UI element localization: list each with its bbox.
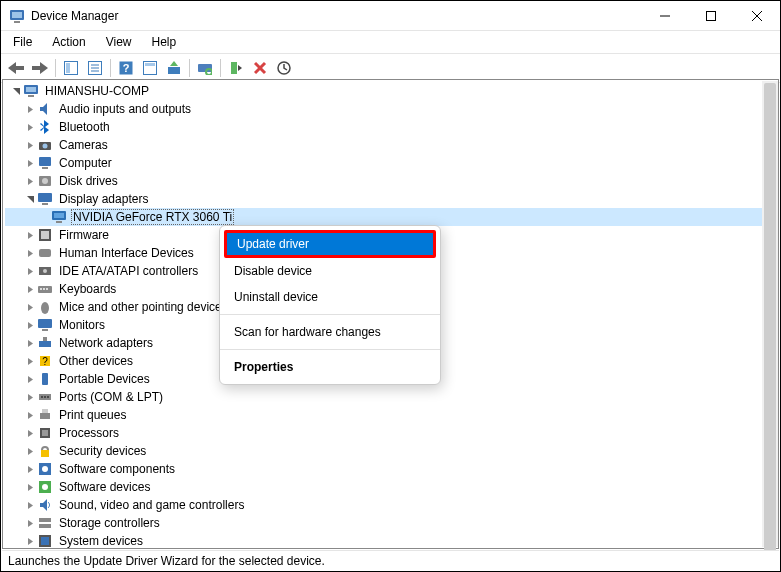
toolbar-separator	[220, 59, 221, 77]
tree-category[interactable]: Disk drives	[5, 172, 778, 190]
svg-rect-45	[43, 288, 45, 290]
svg-rect-44	[40, 288, 42, 290]
category-icon	[37, 281, 53, 297]
close-button[interactable]	[734, 1, 780, 31]
svg-rect-30	[42, 167, 48, 169]
tree-category[interactable]: Print queues	[5, 406, 778, 424]
expand-arrow-icon[interactable]	[23, 192, 37, 206]
svg-point-42	[43, 269, 47, 273]
help-button[interactable]: ?	[115, 57, 137, 79]
tree-root[interactable]: HIMANSHU-COMP	[5, 82, 778, 100]
tree-root-label: HIMANSHU-COMP	[43, 84, 151, 98]
expand-arrow-icon[interactable]	[23, 246, 37, 260]
expand-arrow-icon[interactable]	[23, 120, 37, 134]
expand-arrow-icon[interactable]	[23, 480, 37, 494]
context-menu-item[interactable]: Properties	[220, 354, 440, 380]
forward-button[interactable]	[29, 57, 51, 79]
back-button[interactable]	[5, 57, 27, 79]
scan-hardware-button[interactable]	[194, 57, 216, 79]
svg-rect-69	[39, 524, 51, 528]
context-menu-item[interactable]: Disable device	[220, 258, 440, 284]
minimize-button[interactable]	[642, 1, 688, 31]
expand-arrow-icon[interactable]	[23, 282, 37, 296]
tree-category[interactable]: Bluetooth	[5, 118, 778, 136]
expand-arrow-icon[interactable]	[23, 516, 37, 530]
svg-rect-63	[41, 450, 49, 457]
show-hide-tree-button[interactable]	[60, 57, 82, 79]
context-menu-item[interactable]: Uninstall device	[220, 284, 440, 310]
tree-category-label: Sound, video and game controllers	[57, 498, 246, 512]
update-driver-button[interactable]	[163, 57, 185, 79]
expand-arrow-icon[interactable]	[23, 426, 37, 440]
display-adapter-icon	[51, 209, 67, 225]
tree-category-label: Print queues	[57, 408, 128, 422]
expand-arrow-icon[interactable]	[23, 336, 37, 350]
tree-category[interactable]: Storage controllers	[5, 514, 778, 532]
expand-arrow-icon[interactable]	[23, 534, 37, 548]
tree-category-label: IDE ATA/ATAPI controllers	[57, 264, 200, 278]
tree-device-label: NVIDIA GeForce RTX 3060 Ti	[71, 209, 234, 225]
tree-category[interactable]: Display adapters	[5, 190, 778, 208]
expand-arrow-icon[interactable]	[23, 264, 37, 278]
category-icon: ?	[37, 353, 53, 369]
svg-rect-62	[42, 430, 48, 436]
toolbar-button-5[interactable]	[139, 57, 161, 79]
expand-arrow-icon[interactable]	[9, 84, 23, 98]
tree-category[interactable]: Ports (COM & LPT)	[5, 388, 778, 406]
tree-category[interactable]: Computer	[5, 154, 778, 172]
scrollbar-thumb[interactable]	[764, 83, 776, 563]
expand-arrow-icon[interactable]	[23, 462, 37, 476]
tree-category[interactable]: Cameras	[5, 136, 778, 154]
statusbar: Launches the Update Driver Wizard for th…	[2, 550, 779, 570]
expand-arrow-icon[interactable]	[23, 408, 37, 422]
tree-category[interactable]: System devices	[5, 532, 778, 549]
svg-rect-46	[46, 288, 48, 290]
uninstall-device-button[interactable]	[249, 57, 271, 79]
tree-category-label: Ports (COM & LPT)	[57, 390, 165, 404]
tree-category[interactable]: Software components	[5, 460, 778, 478]
expand-arrow-icon[interactable]	[23, 354, 37, 368]
svg-rect-25	[26, 87, 36, 92]
context-menu-item-update-driver[interactable]: Update driver	[224, 230, 436, 258]
tree-category-label: Audio inputs and outputs	[57, 102, 193, 116]
expand-arrow-icon[interactable]	[23, 444, 37, 458]
svg-text:?: ?	[123, 62, 130, 74]
disable-device-button[interactable]	[273, 57, 295, 79]
tree-category[interactable]: Audio inputs and outputs	[5, 100, 778, 118]
tree-category[interactable]: Security devices	[5, 442, 778, 460]
expand-arrow-icon[interactable]	[23, 174, 37, 188]
tree-category-label: Keyboards	[57, 282, 118, 296]
svg-rect-34	[42, 203, 48, 205]
svg-point-65	[42, 466, 48, 472]
tree-device[interactable]: NVIDIA GeForce RTX 3060 Ti	[5, 208, 778, 226]
tree-category[interactable]: Processors	[5, 424, 778, 442]
expand-arrow-icon[interactable]	[23, 138, 37, 152]
tree-category[interactable]: Sound, video and game controllers	[5, 496, 778, 514]
menu-action[interactable]: Action	[44, 33, 93, 51]
category-icon	[37, 263, 53, 279]
enable-device-button[interactable]	[225, 57, 247, 79]
menu-view[interactable]: View	[98, 33, 140, 51]
category-icon	[37, 101, 53, 117]
tree-category-label: Cameras	[57, 138, 110, 152]
menu-file[interactable]: File	[5, 33, 40, 51]
vertical-scrollbar[interactable]	[762, 81, 778, 547]
expand-arrow-icon[interactable]	[23, 318, 37, 332]
expand-arrow-icon[interactable]	[23, 372, 37, 386]
expand-arrow-icon[interactable]	[23, 102, 37, 116]
tree-category-label: Computer	[57, 156, 114, 170]
tree-category[interactable]: Software devices	[5, 478, 778, 496]
maximize-button[interactable]	[688, 1, 734, 31]
menu-help[interactable]: Help	[144, 33, 185, 51]
toolbar-separator	[189, 59, 190, 77]
expand-arrow-icon[interactable]	[23, 300, 37, 314]
category-icon	[37, 389, 53, 405]
expand-arrow-icon[interactable]	[23, 228, 37, 242]
app-icon	[9, 8, 25, 24]
properties-button[interactable]	[84, 57, 106, 79]
toolbar-separator	[110, 59, 111, 77]
context-menu-item[interactable]: Scan for hardware changes	[220, 319, 440, 345]
expand-arrow-icon[interactable]	[23, 156, 37, 170]
expand-arrow-icon[interactable]	[23, 498, 37, 512]
expand-arrow-icon[interactable]	[23, 390, 37, 404]
